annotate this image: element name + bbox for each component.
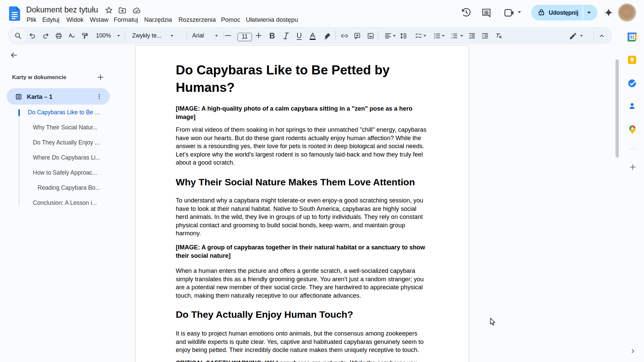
svg-text:1: 1 [451,33,453,36]
svg-text:2: 2 [451,36,453,39]
svg-text:31: 31 [630,35,635,40]
